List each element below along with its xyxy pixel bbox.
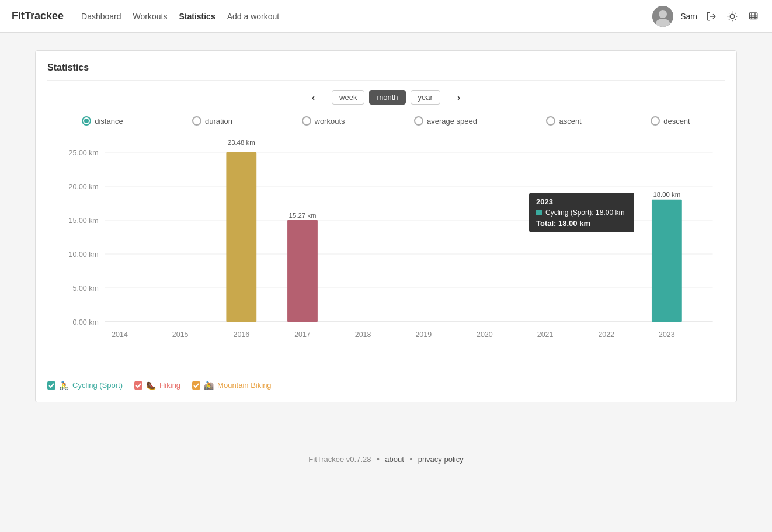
legend-hiking-label: Hiking	[159, 381, 180, 390]
bar-2023[interactable]	[652, 200, 682, 322]
legend-mountain-biking-checkbox[interactable]	[192, 381, 200, 390]
bar-2016[interactable]	[226, 152, 256, 322]
legend-mountain-biking[interactable]: 🚵 Mountain Biking	[192, 381, 272, 390]
metric-workouts-label: workouts	[315, 117, 345, 126]
svg-line-7	[729, 13, 729, 13]
radio-distance	[82, 116, 91, 126]
footer: FitTrackee v0.7.28 • about • privacy pol…	[0, 443, 772, 475]
nav-workouts[interactable]: Workouts	[133, 12, 168, 21]
nav-username: Sam	[680, 12, 697, 21]
metric-workouts[interactable]: workouts	[302, 116, 345, 126]
svg-line-12	[735, 13, 736, 13]
svg-line-8	[735, 19, 736, 19]
svg-text:23.48 km: 23.48 km	[228, 139, 255, 146]
svg-text:20.00 km: 20.00 km	[69, 183, 99, 191]
svg-text:2023: 2023	[659, 331, 675, 339]
radio-ascent	[546, 116, 555, 126]
metric-avg-speed[interactable]: average speed	[414, 116, 477, 126]
nav-right: Sam	[652, 6, 760, 27]
legend-hiking-checkbox[interactable]	[134, 381, 142, 390]
legend-cycling[interactable]: 🚴 Cycling (Sport)	[47, 381, 123, 390]
svg-point-4	[730, 14, 735, 19]
stat-metric-options: distance duration workouts average speed…	[47, 116, 725, 126]
metric-distance-label: distance	[95, 117, 123, 126]
next-period-button[interactable]: ›	[445, 91, 472, 104]
chart-legend: 🚴 Cycling (Sport) 🥾 Hiking 🚵 Mountain Bi…	[47, 376, 725, 390]
metric-ascent[interactable]: ascent	[546, 116, 581, 126]
svg-text:2016: 2016	[233, 331, 249, 339]
svg-text:2022: 2022	[598, 331, 614, 339]
radio-duration	[192, 116, 201, 126]
prev-period-button[interactable]: ‹	[300, 91, 327, 104]
footer-privacy-link[interactable]: privacy policy	[418, 455, 464, 464]
svg-text:10.00 km: 10.00 km	[69, 251, 99, 259]
svg-text:2019: 2019	[415, 331, 432, 339]
metric-duration-label: duration	[205, 117, 232, 126]
metric-duration[interactable]: duration	[192, 116, 232, 126]
footer-brand: FitTrackee	[308, 455, 344, 464]
footer-dot-1: •	[377, 455, 380, 464]
nav-add-workout[interactable]: Add a workout	[227, 12, 280, 21]
period-month-button[interactable]: month	[369, 90, 405, 105]
cycling-sport-icon: 🚴	[59, 381, 69, 390]
language-icon[interactable]	[746, 9, 760, 23]
hiking-icon: 🥾	[146, 381, 156, 390]
nav-brand: FitTrackee	[12, 10, 64, 22]
footer-about-link[interactable]: about	[385, 455, 404, 464]
footer-dot-2: •	[409, 455, 412, 464]
svg-text:2017: 2017	[294, 331, 311, 339]
radio-workouts	[302, 116, 311, 126]
statistics-title: Statistics	[47, 62, 725, 81]
metric-distance[interactable]: distance	[82, 116, 123, 126]
radio-descent	[651, 116, 660, 126]
svg-rect-13	[749, 13, 757, 19]
bar-2017[interactable]	[287, 220, 318, 322]
svg-point-1	[659, 10, 667, 18]
avatar	[652, 6, 673, 27]
navbar: FitTrackee Dashboard Workouts Statistics…	[0, 0, 772, 33]
legend-hiking[interactable]: 🥾 Hiking	[134, 381, 180, 390]
logout-icon[interactable]	[704, 9, 718, 23]
bar-chart: 25.00 km 20.00 km 15.00 km 10.00 km 5.00…	[53, 137, 719, 367]
svg-text:2015: 2015	[172, 331, 189, 339]
period-week-button[interactable]: week	[332, 90, 364, 105]
metric-descent[interactable]: descent	[651, 116, 690, 126]
metric-ascent-label: ascent	[559, 117, 581, 126]
legend-cycling-checkbox[interactable]	[47, 381, 55, 390]
period-controls: ‹ week month year ›	[47, 90, 725, 105]
svg-text:2020: 2020	[477, 331, 493, 339]
legend-mountain-biking-label: Mountain Biking	[217, 381, 272, 390]
svg-text:0.00 km: 0.00 km	[73, 318, 99, 326]
svg-line-11	[729, 19, 729, 19]
svg-text:18.00 km: 18.00 km	[653, 191, 680, 198]
nav-statistics[interactable]: Statistics	[179, 12, 215, 21]
nav-dashboard[interactable]: Dashboard	[81, 12, 121, 21]
mountain-biking-icon: 🚵	[204, 381, 214, 390]
statistics-card: Statistics ‹ week month year › distance …	[35, 50, 737, 402]
svg-text:15.00 km: 15.00 km	[69, 217, 99, 225]
nav-links: Dashboard Workouts Statistics Add a work…	[81, 12, 652, 21]
metric-avg-speed-label: average speed	[427, 117, 477, 126]
main-content: Statistics ‹ week month year › distance …	[0, 33, 772, 420]
svg-text:2021: 2021	[537, 331, 554, 339]
period-year-button[interactable]: year	[411, 90, 440, 105]
legend-cycling-label: Cycling (Sport)	[72, 381, 123, 390]
svg-text:2018: 2018	[355, 331, 371, 339]
svg-text:25.00 km: 25.00 km	[69, 149, 99, 157]
svg-text:2014: 2014	[112, 331, 128, 339]
radio-avg-speed	[414, 116, 423, 126]
svg-text:5.00 km: 5.00 km	[73, 284, 99, 293]
svg-text:15.27 km: 15.27 km	[289, 212, 317, 219]
metric-descent-label: descent	[663, 117, 690, 126]
footer-version: v0.7.28	[346, 455, 371, 464]
theme-icon[interactable]	[725, 9, 739, 23]
chart-area: 25.00 km 20.00 km 15.00 km 10.00 km 5.00…	[53, 137, 719, 369]
